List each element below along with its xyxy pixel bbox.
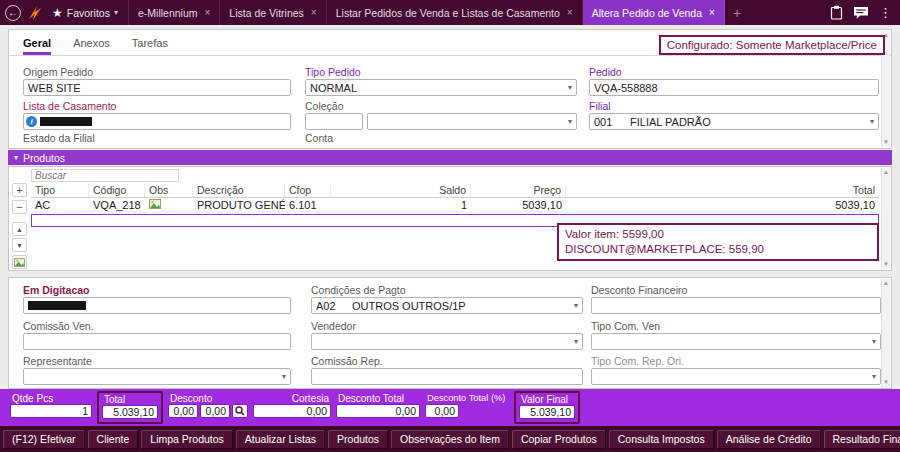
scroll-down-icon[interactable]: ▼	[883, 378, 889, 387]
field-label: Tipo Com. Ven	[591, 320, 881, 332]
field-conta: Conta	[305, 132, 333, 145]
remove-row-button[interactable]: −	[12, 200, 27, 214]
analise-de-credito-button[interactable]: Análise de Crédito	[717, 430, 821, 449]
chat-icon[interactable]	[853, 6, 869, 20]
copiar-produtos-button[interactable]: Copiar Produtos	[512, 430, 606, 449]
add-row-button[interactable]: +	[12, 183, 27, 197]
info-icon[interactable]: i	[26, 116, 37, 127]
cortesia-input[interactable]: 0,00	[253, 404, 331, 418]
tab-geral[interactable]: Geral	[23, 37, 51, 55]
cell-saldo: 1	[331, 198, 471, 212]
observacoes-do-item-button[interactable]: Observações do Item	[391, 430, 509, 449]
field-label: Condições de Pagto	[311, 284, 583, 296]
consulta-impostos-button[interactable]: Consulta Impostos	[609, 430, 714, 449]
move-row-up-button[interactable]: ▲	[12, 222, 27, 236]
close-icon[interactable]: ×	[709, 7, 715, 18]
column-header-descricao[interactable]: Descrição	[193, 183, 285, 197]
desconto-financeiro-input[interactable]	[591, 297, 881, 314]
scroll-up-icon[interactable]: ▲	[883, 168, 889, 177]
produtos-button[interactable]: Produtos	[328, 430, 388, 449]
app-logo-icon	[27, 5, 42, 21]
back-button[interactable]: ←	[5, 5, 21, 21]
colecao-select[interactable]: ▾	[367, 113, 577, 130]
desconto-valor-input[interactable]: 0,00	[168, 404, 198, 418]
scroll-down-icon[interactable]: ▼	[883, 260, 889, 269]
lista-casamento-input[interactable]: i	[23, 113, 291, 130]
qtde-pcs-input[interactable]: 1	[10, 404, 92, 418]
column-header-total[interactable]: Total	[566, 183, 879, 197]
tipo-com-rep-select[interactable]: ▾	[591, 368, 881, 385]
field-label: Cortesia	[253, 393, 331, 404]
tab-altera-pedido-de-venda[interactable]: Altera Pedido de Venda ×	[583, 0, 725, 25]
field-value: 0,00	[307, 405, 327, 417]
f12-efetivar-button[interactable]: (F12) Efetivar	[3, 430, 85, 449]
field-label: Desconto Total (%)	[425, 393, 509, 404]
condicoes-pagto-select[interactable]: A02 OUTROS OUTROS/1P ▾	[311, 297, 583, 314]
cliente-button[interactable]: Cliente	[88, 430, 139, 449]
column-header-obs[interactable]: Obs	[145, 183, 193, 197]
produtos-section-header[interactable]: ▾ Produtos	[8, 150, 892, 165]
vertical-scrollbar[interactable]: ▲ ▼	[881, 279, 890, 387]
vendedor-select[interactable]: ▾	[311, 333, 583, 350]
image-icon	[14, 258, 25, 267]
scroll-down-icon[interactable]: ▼	[883, 138, 889, 147]
total-input[interactable]: 5.039,10	[102, 405, 158, 419]
atualizar-listas-button[interactable]: Atualizar Listas	[236, 430, 325, 449]
close-icon[interactable]: ×	[205, 7, 211, 18]
tab-e-millennium[interactable]: e-Millennium ×	[129, 0, 220, 25]
column-header-preco[interactable]: Preço	[471, 183, 566, 197]
tab-anexos[interactable]: Anexos	[73, 37, 110, 55]
annotation-line: Valor item: 5599,00	[565, 227, 871, 242]
filial-select[interactable]: 001 FILIAL PADRÃO ▾	[589, 113, 879, 130]
comissao-ven-input[interactable]	[23, 333, 291, 350]
column-header-tipo[interactable]: Tipo	[31, 183, 89, 197]
buscar-input[interactable]	[31, 169, 179, 182]
tipo-pedido-select[interactable]: NORMAL ▾	[305, 79, 577, 96]
field-colecao: Coleção ▾	[305, 100, 577, 130]
produtos-table: Tipo Código Obs Descrição Cfop Saldo Pre…	[31, 183, 879, 227]
desconto-pct-input[interactable]: 0,00	[200, 404, 230, 418]
vertical-scrollbar[interactable]: ▲ ▼	[881, 168, 890, 269]
app-window: ← ★ Favoritos ▾ e-Millennium × Lista de …	[0, 0, 900, 452]
favorites-menu[interactable]: ★ Favoritos ▾	[48, 0, 129, 25]
close-icon[interactable]: ×	[311, 7, 317, 18]
field-value: 0,00	[174, 405, 194, 417]
representante-select[interactable]: ▾	[23, 368, 291, 385]
pedido-input[interactable]: VQA-558888	[589, 79, 879, 96]
table-row[interactable]: AC VQA_218 PRODUTO GENÉRI... 6.101 1 503…	[31, 198, 879, 213]
comissao-rep-input[interactable]	[311, 368, 583, 385]
colecao-code-input[interactable]	[305, 113, 363, 130]
row-image-button[interactable]	[12, 255, 27, 269]
tab-tarefas[interactable]: Tarefas	[132, 37, 168, 55]
column-header-cfop[interactable]: Cfop	[285, 183, 331, 197]
close-icon[interactable]: ×	[567, 7, 573, 18]
field-label: Valor Final	[519, 394, 575, 405]
tab-lista-de-vitrines[interactable]: Lista de Vitrines ×	[220, 0, 326, 25]
limpa-produtos-button[interactable]: Limpa Produtos	[141, 430, 233, 449]
totals-bar: Qtde Pcs 1 Total 5.039,10 Desconto 0,00 …	[0, 389, 900, 426]
valor-final-input[interactable]: 5.039,10	[519, 405, 575, 419]
origem-pedido-input[interactable]: WEB SITE	[23, 79, 291, 96]
tab-listar-pedidos[interactable]: Listar Pedidos de Venda e Listas de Casa…	[327, 0, 583, 25]
desconto-group: Desconto 0,00 0,00	[168, 393, 248, 418]
cell-cfop: 6.101	[285, 198, 331, 212]
desconto-total-input[interactable]: 0,00	[336, 404, 420, 418]
em-digitacao-input[interactable]	[23, 297, 291, 314]
scroll-up-icon[interactable]: ▲	[883, 279, 889, 288]
clipboard-icon[interactable]	[830, 5, 843, 20]
column-header-codigo[interactable]: Código	[89, 183, 145, 197]
desconto-total-pct-input[interactable]: 0,00	[425, 404, 459, 418]
field-value: 0,00	[435, 405, 455, 417]
move-row-down-button[interactable]: ▼	[12, 238, 27, 252]
column-header-saldo[interactable]: Saldo	[331, 183, 471, 197]
resultado-financeiro-button[interactable]: Resultado Financeiro	[824, 430, 900, 449]
overflow-menu-icon[interactable]: ⋮	[879, 6, 892, 19]
desconto-search-button[interactable]	[232, 404, 248, 418]
tab-label: Listar Pedidos de Venda e Listas de Casa…	[336, 7, 560, 19]
tipo-com-ven-select[interactable]: ▾	[591, 333, 881, 350]
status-label: Em Digitacao	[23, 284, 291, 296]
field-label: Tipo Com. Rep. Ori.	[591, 355, 881, 367]
field-value: OUTROS OUTROS/1P	[352, 300, 466, 312]
add-tab-button[interactable]: +	[733, 5, 741, 21]
plus-icon: +	[16, 185, 22, 196]
